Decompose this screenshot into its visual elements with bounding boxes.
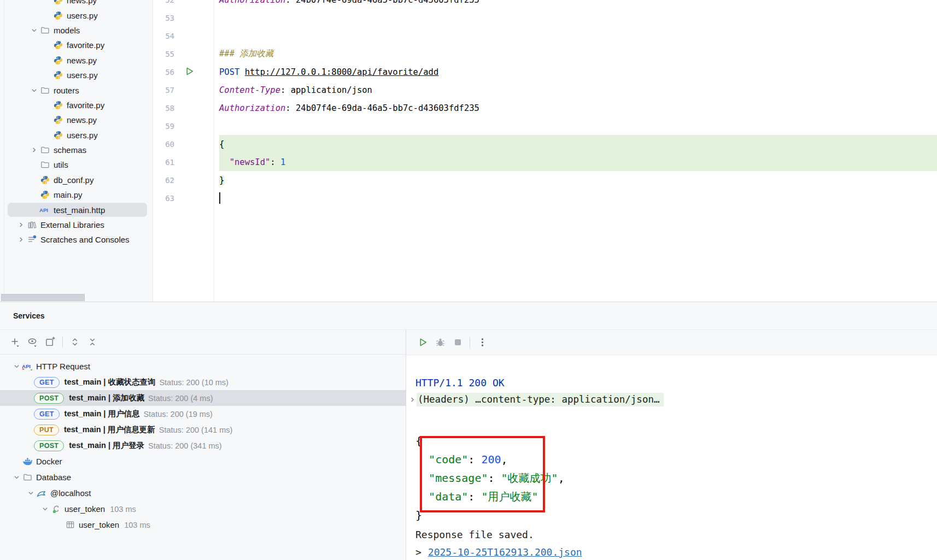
response-json-body: { "code": 200, "message": "收藏成功", "data"… xyxy=(415,432,937,524)
open-in-new-icon xyxy=(45,337,56,347)
request-title: test_main | 用户信息 xyxy=(65,409,140,419)
response-headers-row[interactable]: (Headers) …content-type: application/jso… xyxy=(415,391,937,408)
response-file-link[interactable]: 2025-10-25T162913.200.json xyxy=(428,546,582,558)
services-item-database[interactable]: Database xyxy=(0,469,406,485)
python-icon xyxy=(52,0,63,5)
run-button[interactable] xyxy=(416,336,429,349)
line-number: 57 xyxy=(154,81,174,99)
python-icon xyxy=(52,10,63,20)
request-row-test-main-用户信息[interactable]: GETtest_main | 用户信息Status: 200 (19 ms) xyxy=(0,406,406,422)
code-text: } xyxy=(219,171,937,189)
tree-item-label: routers xyxy=(54,86,79,95)
python-icon xyxy=(52,40,63,50)
chevron-spacer xyxy=(28,204,39,215)
tree-item-scratches-and-consoles[interactable]: Scratches and Consoles xyxy=(0,232,153,247)
tree-item-label: models xyxy=(54,26,80,35)
editor-lines: 52Authorization: 24b07f4e-69da-46a5-bb7c… xyxy=(154,0,937,207)
method-pill: POST xyxy=(34,440,64,451)
line-number: 52 xyxy=(154,0,174,9)
chevron-down-icon xyxy=(39,504,50,515)
services-item-docker[interactable]: Docker xyxy=(0,453,406,469)
services-item-label: Database xyxy=(36,473,71,482)
tree-item-label: news.py xyxy=(67,115,97,125)
code-line-54: 54 xyxy=(154,27,937,45)
tree-item-external-libraries[interactable]: External Libraries xyxy=(0,217,153,232)
code-line-61: 61 "newsId": 1 xyxy=(154,153,937,171)
services-item-localhost[interactable]: @localhost xyxy=(0,485,406,501)
tree-item-news-py[interactable]: news.py xyxy=(0,113,153,127)
tree-item-db-conf-py[interactable]: db_conf.py xyxy=(0,173,153,187)
tree-item-news-py[interactable]: news.py xyxy=(0,0,153,8)
tree-item-users-py[interactable]: users.py xyxy=(0,8,153,22)
fold-chevron-icon[interactable] xyxy=(408,396,417,404)
services-item-http-request[interactable]: APIHTTP Request xyxy=(0,358,406,374)
tree-item-utils[interactable]: utils xyxy=(0,157,153,172)
services-item-user-token[interactable]: user_token103 ms xyxy=(0,501,406,517)
request-row-test-main-用户登录[interactable]: POSTtest_main | 用户登录Status: 200 (341 ms) xyxy=(0,438,406,453)
services-item-user-token[interactable]: user_token103 ms xyxy=(0,517,406,533)
code-text xyxy=(219,27,937,45)
response-json-line-2: "message": "收藏成功", xyxy=(415,469,937,487)
code-line-56: 56POST http://127.0.0.1:8000/api/favorit… xyxy=(154,63,937,81)
response-status-line: HTTP/1.1 200 OK xyxy=(415,374,937,391)
services-item-label: Docker xyxy=(36,457,62,466)
tree-item-label: utils xyxy=(54,160,68,169)
debug-button[interactable] xyxy=(434,336,447,349)
tree-item-favorite-py[interactable]: favorite.py xyxy=(0,38,153,52)
response-headers-folded: (Headers) …content-type: application/jso… xyxy=(417,393,664,406)
tree-item-label: news.py xyxy=(67,56,97,65)
add-button[interactable] xyxy=(9,335,22,349)
request-row-test-main-用户信息更新[interactable]: PUTtest_main | 用户信息更新Status: 200 (141 ms… xyxy=(0,422,406,438)
method-pill: PUT xyxy=(34,425,59,435)
tree-item-schemas[interactable]: schemas xyxy=(0,143,153,157)
project-tree: news.pyusers.pymodelsfavorite.pynews.pyu… xyxy=(0,0,153,247)
chevron-spacer xyxy=(42,115,52,126)
services-item-label: user_token xyxy=(79,520,119,529)
tree-item-main-py[interactable]: main.py xyxy=(0,187,153,202)
services-item-label: HTTP Request xyxy=(36,362,90,371)
open-in-new-button[interactable] xyxy=(44,335,57,349)
horizontal-scrollbar-thumb[interactable] xyxy=(1,294,85,301)
line-number: 62 xyxy=(154,171,174,189)
response-saved-text: Response file saved. xyxy=(415,527,937,542)
code-line-62: 62} xyxy=(154,171,937,189)
tree-item-label: Scratches and Consoles xyxy=(40,235,130,244)
tree-item-label: favorite.py xyxy=(67,101,104,110)
request-title: test_main | 添加收藏 xyxy=(69,393,144,403)
tree-item-news-py[interactable]: news.py xyxy=(0,53,153,68)
chevron-spacer xyxy=(11,456,22,467)
more-button[interactable] xyxy=(476,336,489,349)
chevron-spacer xyxy=(28,174,39,185)
tree-item-routers[interactable]: routers xyxy=(0,82,153,97)
tree-item-label: main.py xyxy=(54,190,83,199)
stop-button[interactable] xyxy=(451,336,464,349)
tree-item-favorite-py[interactable]: favorite.py xyxy=(0,98,153,113)
session-icon xyxy=(50,504,61,514)
tree-item-users-py[interactable]: users.py xyxy=(0,128,153,143)
request-row-test-main-添加收藏[interactable]: POSTtest_main | 添加收藏Status: 200 (4 ms) xyxy=(0,390,406,406)
folder-icon xyxy=(39,25,50,35)
request-row-test-main-收藏状态查询[interactable]: GETtest_main | 收藏状态查询Status: 200 (10 ms) xyxy=(0,374,406,390)
tree-item-label: users.py xyxy=(67,131,98,140)
tree-item-users-py[interactable]: users.py xyxy=(0,68,153,82)
request-status: Status: 200 (341 ms) xyxy=(148,441,222,450)
chevron-spacer xyxy=(54,520,65,530)
code-line-53: 53 xyxy=(154,9,937,27)
services-panel-title: Services xyxy=(13,311,45,320)
services-item-label: @localhost xyxy=(50,488,91,498)
debug-icon xyxy=(435,338,446,347)
add-icon xyxy=(10,337,21,347)
chevron-spacer xyxy=(28,160,39,170)
python-icon xyxy=(52,100,63,110)
run-request-button[interactable] xyxy=(184,66,195,77)
collapse-all-button[interactable] xyxy=(86,335,99,349)
line-number: 54 xyxy=(154,27,174,45)
line-number: 61 xyxy=(154,153,174,171)
code-text xyxy=(219,117,937,135)
method-pill: GET xyxy=(34,409,60,420)
tree-item-test-main-http[interactable]: APItest_main.http xyxy=(0,202,153,217)
expand-all-button[interactable] xyxy=(68,335,81,349)
tree-item-models[interactable]: models xyxy=(0,23,153,38)
editor[interactable]: 52Authorization: 24b07f4e-69da-46a5-bb7c… xyxy=(154,0,937,302)
preview-button[interactable] xyxy=(26,335,39,349)
